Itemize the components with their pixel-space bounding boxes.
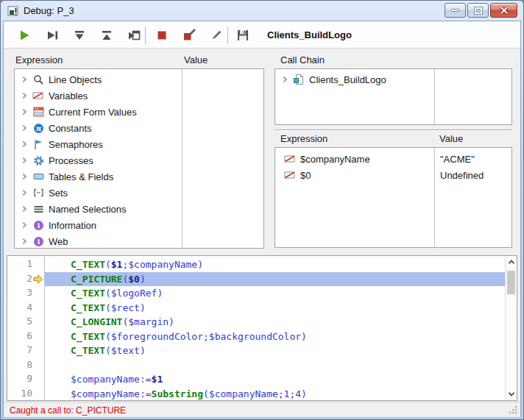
tree-item-label: Line Objects [49,74,102,85]
line-gutter[interactable]: 5 [7,315,44,330]
code-token: ( [203,388,209,399]
code-line-current[interactable]: 2 C_PICTURE($0) [7,272,505,287]
expand-chevron-icon[interactable] [281,76,287,82]
scroll-up-button[interactable] [506,256,517,268]
line-gutter[interactable]: 8 [7,358,44,373]
status-bar: Caught a call to: C_PICTURE [4,402,520,417]
line-number: 4 [26,302,32,313]
line-number: 1 [26,258,32,269]
watch-row[interactable]: $0 Undefined [275,167,511,183]
line-number: 7 [26,344,32,355]
code-line[interactable]: 9 $companyName:=$1 [7,372,505,387]
expand-chevron-icon[interactable] [21,238,26,244]
vertical-scrollbar[interactable] [505,256,517,400]
code-token: $companyName [209,388,278,399]
close-button[interactable] [490,3,517,18]
scrollbar-thumb[interactable] [507,271,515,294]
run-icon [17,28,32,43]
tree-item-web[interactable]: i Web [15,233,263,249]
run-button[interactable] [15,26,34,45]
line-gutter[interactable]: 1 [7,257,44,272]
watch-value[interactable]: Undefined [440,170,484,181]
code-area[interactable]: 1 C_TEXT($1;$companyName) 2 C_PICTURE($0… [7,256,505,400]
line-gutter[interactable]: 6 [7,330,44,344]
program-counter-icon [32,274,43,285]
scroll-down-button[interactable] [506,388,517,400]
tree-item-processes[interactable]: Processes [15,152,263,168]
save-settings-button[interactable] [233,26,252,45]
step-into-process-button[interactable] [124,26,144,45]
tree-item-constants[interactable]: π Constants [15,120,263,136]
watch-value[interactable]: "ACME" [440,154,475,165]
step-over-button[interactable] [43,26,62,45]
tree-item-tables-fields[interactable]: Tables & Fields [15,168,263,185]
tree-item-line-objects[interactable]: Line Objects [15,71,263,88]
step-over-icon [45,28,60,43]
expand-chevron-icon[interactable] [21,93,26,99]
code-line[interactable]: 3 C_TEXT($logoRef) [7,286,505,301]
line-number: 10 [21,388,32,399]
call-chain-item[interactable]: Clients_BuildLogo [275,71,511,88]
tree-item-sets[interactable]: Sets [15,185,263,201]
column-divider[interactable] [182,69,183,248]
code-line[interactable]: 8 [7,358,505,373]
tree-item-semaphores[interactable]: Semaphores [15,136,263,152]
code-token: $1 [152,374,163,385]
expand-chevron-icon[interactable] [21,222,26,228]
abort-button[interactable] [152,26,171,45]
abort-and-edit-button[interactable] [180,26,199,45]
maximize-button[interactable] [467,3,489,18]
rows-icon [32,203,44,215]
resize-grip[interactable] [509,406,518,415]
tree-item-named-selections[interactable]: Named Selections [15,201,263,217]
line-gutter[interactable]: 7 [7,344,44,358]
code-line[interactable]: 4 C_TEXT($rect) [7,301,505,316]
code-line[interactable]: 7 C_TEXT($text) [7,344,505,358]
code-token: ( [105,302,111,313]
expand-chevron-icon[interactable] [21,109,26,115]
code-token: ) [301,388,307,399]
code-token: $0 [128,274,140,285]
code-token: ( [122,274,128,285]
line-gutter[interactable]: 3 [7,286,44,301]
step-into-button[interactable] [70,26,89,45]
tree-item-current-form-values[interactable]: Current Form Values [15,104,263,120]
column-divider[interactable] [434,69,435,124]
step-out-button[interactable] [97,26,116,45]
expand-chevron-icon[interactable] [21,76,26,82]
line-gutter[interactable]: 9 [7,372,44,387]
code-token: $backgroundColor [209,331,301,342]
code-line[interactable]: 6 C_TEXT($foregroundColor;$backgroundCol… [7,330,505,344]
code-token: Substring [152,388,203,399]
window-title: Debug: P_3 [24,5,74,16]
code-token: C_TEXT [71,331,105,342]
code-line[interactable]: 10 $companyName:=Substring($companyName;… [7,387,505,401]
minimize-button[interactable] [445,3,466,18]
tree-item-information[interactable]: i Information [15,217,263,233]
tree-item-label: Web [49,236,68,247]
line-gutter[interactable]: 10 [7,387,44,401]
code-line[interactable]: 1 C_TEXT($1;$companyName) [7,257,505,272]
variable-icon [284,153,296,165]
line-number: 9 [26,373,32,384]
expand-chevron-icon[interactable] [21,125,26,131]
tree-item-variables[interactable]: Variables [15,88,263,104]
line-gutter[interactable]: 4 [7,301,44,316]
code-token: C_TEXT [71,302,105,313]
line-gutter[interactable]: 2 [7,272,44,287]
expand-chevron-icon[interactable] [21,157,26,163]
watch-row[interactable]: $companyName "ACME" [275,151,511,167]
title-bar[interactable]: Debug: P_3 [1,1,523,21]
flag-icon [32,138,44,150]
code-token: ) [157,288,163,299]
edit-button[interactable] [207,26,226,45]
magnifier-icon [32,74,44,85]
watch-list: $companyName "ACME" $0 Undefined [275,147,512,248]
expand-chevron-icon[interactable] [21,206,26,212]
expand-chevron-icon[interactable] [21,174,26,179]
expand-chevron-icon[interactable] [21,190,26,196]
minimize-icon [451,9,459,12]
call-chain-list: Clients_BuildLogo [275,68,512,125]
expand-chevron-icon[interactable] [21,141,26,147]
code-line[interactable]: 5 C_LONGINT($margin) [7,315,505,330]
